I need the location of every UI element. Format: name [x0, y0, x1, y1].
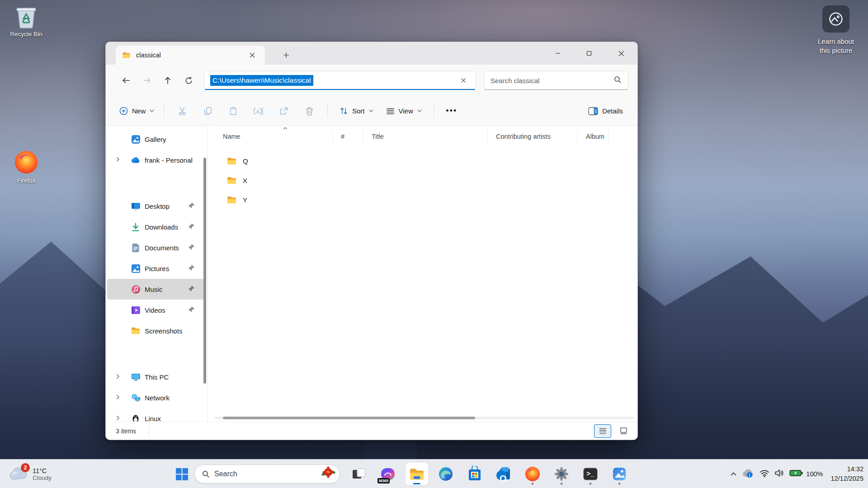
onedrive-tray-icon[interactable] [742, 469, 755, 479]
new-button[interactable]: New [115, 102, 159, 120]
tray-time: 14:32 [830, 465, 863, 474]
more-options-button[interactable]: ••• [439, 102, 464, 120]
icons-view-toggle[interactable] [615, 424, 632, 438]
tab-classical[interactable]: classical [116, 46, 265, 65]
share-button[interactable] [271, 102, 297, 120]
rename-button[interactable]: A [246, 102, 271, 120]
penguin-icon [131, 413, 141, 422]
chevron-right-icon[interactable] [115, 415, 120, 422]
icons-view-icon [620, 427, 627, 434]
photos-icon [611, 466, 627, 482]
chevron-right-icon[interactable] [115, 373, 120, 381]
pin-icon [189, 223, 195, 231]
sort-ascending-icon [283, 126, 288, 131]
chevron-down-icon [417, 109, 422, 113]
sidebar-item-this-pc[interactable]: This PC [107, 366, 206, 387]
up-button[interactable] [157, 71, 178, 89]
battery-icon[interactable] [789, 469, 803, 479]
desktop-icon-firefox[interactable]: Firefox [5, 149, 48, 184]
refresh-button[interactable] [178, 71, 199, 89]
new-tab-button[interactable] [278, 47, 294, 63]
weather-widget[interactable]: 2 11°C Cloudy [5, 460, 55, 488]
sidebar-item-screenshots[interactable]: Screenshots [107, 320, 206, 341]
sidebar-item-network[interactable]: Network [107, 387, 206, 408]
pin-icon [189, 286, 195, 293]
file-row-x[interactable]: X [215, 171, 637, 190]
details-pane-button[interactable]: Details [583, 102, 628, 120]
sidebar-item-onedrive[interactable]: frank - Personal [107, 150, 206, 170]
column-header-name[interactable]: Name [215, 130, 333, 143]
file-name: Y [243, 196, 247, 204]
sidebar-item-videos[interactable]: Videos [107, 300, 206, 320]
details-view-toggle[interactable] [594, 424, 611, 438]
wifi-icon[interactable] [760, 469, 769, 479]
sidebar-item-downloads[interactable]: Downloads [107, 216, 206, 237]
taskbar-app-photos[interactable] [608, 463, 631, 485]
sidebar-item-documents[interactable]: Documents [107, 237, 206, 258]
clock[interactable]: 14:32 12/12/2025 [830, 465, 863, 483]
back-button[interactable] [116, 71, 137, 89]
column-header-number[interactable]: # [333, 130, 363, 143]
forward-button[interactable] [137, 71, 157, 89]
sidebar-item-desktop[interactable]: Desktop [107, 196, 206, 216]
delete-button[interactable] [297, 102, 322, 120]
sidebar-item-gallery[interactable]: Gallery [107, 129, 206, 150]
sidebar-item-label: Screenshots [145, 327, 182, 335]
search-icon [202, 470, 210, 478]
running-indicator [618, 483, 621, 485]
column-header-album[interactable]: Album [578, 130, 609, 143]
address-clear-button[interactable] [457, 74, 470, 87]
chevron-right-icon[interactable] [115, 156, 120, 164]
chevron-right-icon[interactable] [115, 394, 120, 402]
taskbar-app-edge[interactable] [434, 463, 457, 485]
minimize-button[interactable] [548, 43, 568, 64]
address-bar[interactable]: C:\Users\hawen\Music\classical [204, 71, 476, 90]
horizontal-scrollbar[interactable] [215, 417, 634, 419]
file-row-y[interactable]: Y [215, 190, 637, 210]
taskbar-app-outlook[interactable]: O [492, 463, 515, 485]
sidebar-scrollbar[interactable] [203, 158, 206, 384]
taskbar-app-copilot-m365[interactable]: M365 [377, 463, 399, 485]
desktop-icon-learn-about-picture[interactable]: Learn about this picture [809, 5, 863, 56]
taskbar-app-store[interactable] [463, 463, 486, 485]
cut-button[interactable] [170, 102, 195, 120]
desktop-icon-recycle-bin[interactable]: Recycle Bin [5, 3, 48, 38]
column-header-title[interactable]: Title [363, 130, 488, 143]
start-button[interactable] [171, 463, 193, 485]
volume-icon[interactable] [774, 469, 784, 479]
plus-icon [283, 52, 289, 58]
cloud-icon: 2 [9, 467, 28, 481]
search-icon[interactable] [614, 76, 622, 85]
sidebar-item-pictures[interactable]: Pictures [107, 258, 206, 279]
column-header-contributing-artists[interactable]: Contributing artists [488, 130, 578, 143]
sidebar-item-linux[interactable]: Linux [107, 408, 206, 422]
tray-chevron-up-icon[interactable] [730, 470, 737, 478]
taskbar-app-task-view[interactable] [348, 463, 370, 485]
ellipsis-icon: ••• [446, 106, 457, 116]
paste-icon [229, 107, 238, 116]
navigation-bar: C:\Users\hawen\Music\classical Search cl… [106, 65, 637, 96]
sort-button[interactable]: Sort [333, 102, 380, 120]
file-rows: Q X Y [215, 147, 637, 210]
details-view-icon [599, 428, 607, 434]
taskbar-app-file-explorer[interactable] [406, 463, 428, 485]
pin-icon [189, 306, 195, 314]
copy-button[interactable] [195, 102, 221, 120]
horizontal-scrollbar-thumb[interactable] [223, 417, 475, 419]
tab-close-button[interactable] [246, 49, 259, 61]
firefox-icon [13, 149, 39, 175]
folder-icon [226, 196, 237, 204]
paste-button[interactable] [221, 102, 246, 120]
taskbar-app-settings[interactable] [550, 463, 573, 485]
taskbar-search-input[interactable]: Search [194, 465, 340, 483]
taskbar-app-firefox[interactable] [521, 463, 544, 485]
file-row-q[interactable]: Q [215, 151, 637, 171]
taskbar-app-terminal[interactable]: >_ [579, 463, 602, 485]
search-input[interactable]: Search classical [484, 71, 628, 90]
window-close-button[interactable] [611, 43, 631, 64]
sidebar-item-music[interactable]: Music [107, 279, 206, 300]
close-icon [250, 52, 255, 58]
view-button[interactable]: View [380, 102, 428, 120]
outlook-o-glyph: O [500, 474, 507, 484]
maximize-button[interactable] [579, 43, 599, 64]
